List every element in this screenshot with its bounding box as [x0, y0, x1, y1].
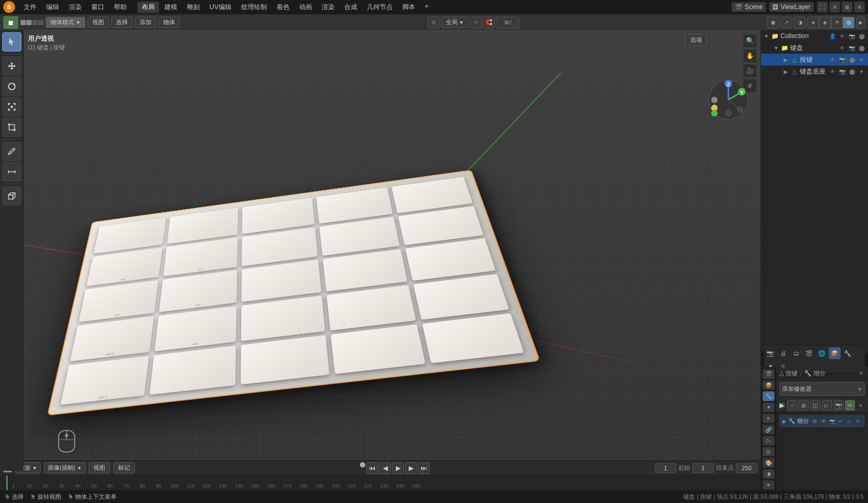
tool-move[interactable] [2, 56, 21, 76]
tool-annotate[interactable] [2, 142, 21, 161]
props-strip-material-icon[interactable]: ◎ [763, 447, 775, 457]
modifier-expand-icon[interactable]: ⊞ [811, 418, 819, 425]
prev-frame-btn[interactable]: ◀ [379, 462, 391, 474]
pan-icon[interactable]: ✋ [743, 49, 756, 62]
modifier-close-icon[interactable]: ✕ [854, 418, 862, 425]
base-expand-arrow[interactable]: ▶ [783, 68, 789, 75]
collection-expand-arrow[interactable]: ▼ [763, 33, 770, 39]
base-camera-icon[interactable]: 📷 [838, 67, 847, 76]
tool-transform[interactable] [2, 118, 21, 137]
keys-expand-arrow[interactable]: ▶ [783, 56, 789, 63]
workspace-render[interactable]: 渲染 [317, 2, 339, 13]
keyboard-render-icon[interactable]: ⬤ [857, 43, 866, 52]
end-frame-input[interactable]: 250 [736, 463, 757, 473]
navigation-gizmo[interactable]: Z Y [707, 78, 750, 121]
props-strip-texture-icon[interactable]: 🎨 [763, 458, 775, 468]
props-modifier-icon-btn[interactable]: 🔧 [842, 347, 853, 359]
tool-add-cube[interactable] [2, 186, 21, 206]
rendered-mode-icon[interactable]: ☀ [831, 17, 843, 28]
workspace-sculpt[interactable]: 雕刻 [183, 2, 204, 13]
props-scene-icon-btn[interactable]: 🎬 [803, 347, 815, 359]
keys-filter-icon[interactable]: ▼ [857, 55, 866, 64]
object-menu[interactable]: 物体 [158, 17, 180, 28]
filter-realtime-btn[interactable]: ▷ [822, 400, 833, 411]
filter-view-btn[interactable]: ○ [787, 400, 798, 411]
object-mode-dropdown[interactable]: 物体模式 ▼ [46, 17, 85, 28]
props-strip-modifier-icon[interactable]: 🔧 [763, 391, 775, 401]
zoom-in-icon[interactable]: 🔍 [743, 34, 756, 47]
timeline-ruler[interactable]: 1 10 20 30 40 50 60 70 80 90 100 110 120… [0, 476, 761, 491]
base-render-icon[interactable]: ⬤ [848, 67, 856, 76]
magnet-icon[interactable]: 🧲 [483, 17, 495, 28]
workspace-shading[interactable]: 着色 [272, 2, 294, 13]
expand-icon[interactable]: ⊞ [842, 2, 852, 12]
workspace-uv[interactable]: UV编辑 [205, 2, 236, 13]
tool-measure[interactable] [2, 162, 21, 181]
collection-user-icon[interactable]: 👤 [828, 32, 837, 40]
viewport-options-button[interactable]: 选项 [685, 34, 707, 46]
props-breadcrumb-close[interactable]: ✕ [857, 370, 865, 377]
workspace-modeling[interactable]: 建模 [160, 2, 182, 13]
fullscreen-icon[interactable]: ⛶ [817, 2, 828, 12]
gizmo-icon[interactable]: ↗ [780, 17, 792, 28]
props-strip-particles-icon[interactable]: ✦ [763, 403, 775, 412]
workspace-compositing[interactable]: 合成 [340, 2, 361, 13]
fps-dropdown[interactable]: 插像(插帧) ▼ [44, 462, 85, 473]
snap-icon[interactable]: ⊙ [428, 17, 439, 28]
global-local-dropdown[interactable]: 全局 ▼ [441, 17, 469, 28]
quad-view-toggle[interactable] [20, 20, 44, 25]
filter-edit-btn[interactable]: ✏ [845, 400, 856, 411]
viewport[interactable]: dn6 dn6 dn6 dn6 dn6 6 dn6 [24, 30, 761, 471]
timeline-marker-btn[interactable]: 标记 [113, 462, 135, 473]
eevee-mode-icon[interactable]: ◎ [843, 17, 855, 28]
modifier-collapse-arrow[interactable]: ▶ [783, 419, 786, 424]
props-output-icon-btn[interactable]: 🖨 [777, 347, 789, 359]
jump-to-end-btn[interactable]: ⏭ [418, 462, 430, 474]
close-icon[interactable]: ✕ [829, 2, 840, 12]
props-render-icon-btn[interactable]: 📷 [764, 347, 776, 359]
modifier-filter-expand[interactable]: ▶ [779, 403, 785, 408]
outliner-keyboard-item[interactable]: ▼ 📁 键盘 👁 📷 ⬤ [761, 42, 868, 54]
keys-render-icon[interactable]: ⬤ [848, 55, 856, 64]
props-strip-light-icon[interactable]: ☀ [763, 480, 775, 490]
keys-camera-icon[interactable]: 📷 [838, 55, 847, 64]
filter-generate-btn[interactable]: ⊞ [798, 400, 809, 411]
collection-eye-icon[interactable]: 👁 [838, 32, 847, 40]
tool-scale[interactable] [2, 97, 21, 116]
timeline-view-btn[interactable]: 视图 [89, 462, 110, 473]
filter-deform-btn[interactable]: ◫ [810, 400, 821, 411]
modifier-render-icon[interactable]: 📷 [828, 418, 836, 425]
base-eye-icon[interactable]: 👁 [828, 67, 837, 76]
menu-file[interactable]: 文件 [19, 2, 41, 13]
props-strip-constraints-icon[interactable]: 🔗 [763, 425, 775, 434]
workspace-layout[interactable]: 布局 [138, 2, 159, 13]
outliner-collection-item[interactable]: ▼ 📁 Collection 👤 👁 📷 ⬤ [761, 30, 868, 42]
outliner-keys-item[interactable]: ▶ △ 按键 👁 📷 ⬤ ▼ [761, 54, 868, 65]
workspace-texture-paint[interactable]: 纹理绘制 [237, 2, 271, 13]
collection-render-icon[interactable]: ⬤ [857, 32, 866, 40]
modifier-view-icon[interactable]: 👁 [820, 418, 827, 425]
solid-mode-icon[interactable]: ● [807, 17, 819, 28]
filter-row-close[interactable]: ✕ [856, 401, 865, 410]
workspace-add[interactable]: + [421, 2, 433, 13]
overlay-icon[interactable]: ◉ [767, 17, 779, 28]
keyboard-camera-icon[interactable]: 📷 [848, 43, 856, 52]
current-frame-input[interactable]: 1 [655, 463, 676, 473]
expand-shading-icon[interactable]: ▶ [856, 17, 865, 28]
viewport-shading-icon[interactable]: ◑ [794, 17, 806, 28]
tool-rotate[interactable] [2, 77, 21, 96]
outliner-base-item[interactable]: ▶ △ 键盘底座 👁 📷 ⬤ ▼ [761, 65, 868, 77]
keyboard-eye-icon[interactable]: 👁 [838, 43, 847, 52]
props-world-icon-btn[interactable]: 🌐 [816, 347, 828, 359]
base-filter-icon[interactable]: ▼ [857, 67, 866, 76]
workspace-geometry[interactable]: 几何节点 [363, 2, 397, 13]
keyboard-expand-arrow[interactable]: ▼ [773, 45, 779, 51]
view-menu[interactable]: 视图 [88, 17, 109, 28]
pivot-icon[interactable]: ⊹ [470, 17, 482, 28]
modifier-edit-icon[interactable]: ✏ [837, 418, 844, 425]
workspace-animation[interactable]: 动画 [295, 2, 316, 13]
tool-cursor[interactable] [2, 32, 21, 52]
props-view-layer-icon-btn[interactable]: 🗂 [790, 347, 802, 359]
material-mode-icon[interactable]: ◈ [819, 17, 831, 28]
add-modifier-button[interactable]: 添加修改器 ▼ [779, 382, 865, 396]
